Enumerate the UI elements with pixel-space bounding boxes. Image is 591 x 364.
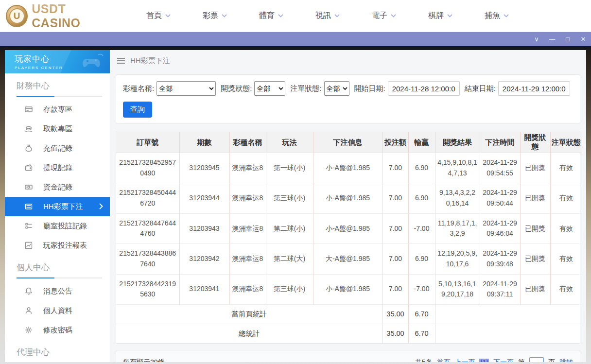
bets-table-card: 訂單號 期數 彩種名稱 玩法 下注信息 投注額 輸贏 開獎結果 下注時間 開獎狀… xyxy=(116,132,580,344)
jump-page-input[interactable] xyxy=(529,357,544,362)
nav-item-cards[interactable]: 棋牌 xyxy=(412,11,469,21)
sidebar-item-label: 提現記錄 xyxy=(43,163,72,173)
banknote-icon xyxy=(24,183,33,191)
table-cell: -7.00 xyxy=(408,213,435,243)
sidebar-item-funds-record[interactable]: 資金記錄 xyxy=(5,177,110,197)
table-cell: 12,19,20,5,9,10,17,6 xyxy=(435,244,480,274)
table-cell: 2024-11-29 09:50:44 xyxy=(480,183,520,213)
money-bag-icon xyxy=(24,144,33,153)
sidebar-item-label: 存款專區 xyxy=(43,105,72,114)
minimize-icon[interactable]: — xyxy=(544,32,560,46)
table-cell: 小-A盤@1.985 xyxy=(313,183,382,213)
table-cell: 有效 xyxy=(550,213,582,243)
lottery-name-select[interactable]: 全部 xyxy=(156,81,216,96)
nav-item-label: 捕魚 xyxy=(485,11,500,21)
sidebar-item-label: 取款專區 xyxy=(43,124,72,134)
table-row: 215217328450444672031203944澳洲幸运8第三球(小)小-… xyxy=(116,183,582,213)
current-page-indicator: [1] xyxy=(479,359,489,362)
table-cell: 小-A盤@1.985 xyxy=(313,213,382,243)
sidebar-item-hall-bet-record[interactable]: 廳室投註記錄 xyxy=(5,216,110,236)
table-cell: 6.90 xyxy=(408,153,435,183)
window-menu-icon[interactable]: ∨ xyxy=(529,32,544,46)
table-cell: 澳洲幸运8 xyxy=(229,244,266,274)
gamepad-icon xyxy=(81,52,106,71)
table-cell: 已開獎 xyxy=(520,153,550,183)
table-cell: 澳洲幸运8 xyxy=(229,274,266,304)
sidebar-item-player-bet-report[interactable]: 玩家投注報表 xyxy=(5,236,110,255)
window-titlebar: ∨ — □ ✕ xyxy=(0,32,591,46)
jump-suffix-text: 页 xyxy=(548,358,555,362)
table-row: 215217328442319563031203941澳洲幸运8第三球(小)小-… xyxy=(116,274,582,304)
nav-item-sports[interactable]: 體育 xyxy=(243,11,299,21)
section-title-agent: 代理中心 xyxy=(5,340,110,358)
pagination-bar: 每頁顯示20條 共5条 首页 上一页 [1] 下一页 第 页 跳转 xyxy=(116,350,580,362)
chevron-down-icon xyxy=(447,14,452,17)
menu-icon[interactable] xyxy=(117,58,125,64)
col-draw-status: 開獎狀態 xyxy=(520,132,550,153)
first-page-link[interactable]: 首页 xyxy=(436,358,450,362)
col-order-id: 訂單號 xyxy=(116,132,179,153)
order-status-select[interactable]: 全部 xyxy=(324,81,349,96)
nav-item-fishing[interactable]: 捕魚 xyxy=(469,11,525,21)
sidebar-item-change-password[interactable]: 修改密碼 xyxy=(5,320,110,340)
table-cell: 已開獎 xyxy=(520,213,550,243)
col-bet-time: 下注時間 xyxy=(480,132,520,153)
table-cell: 第二球(小) xyxy=(266,213,313,243)
sidebar-item-withdraw[interactable]: 取款專區 xyxy=(5,119,110,139)
table-cell: 澳洲幸运8 xyxy=(229,153,266,183)
start-date-input[interactable] xyxy=(388,81,460,96)
table-cell: -7.00 xyxy=(408,274,435,304)
person-icon xyxy=(24,306,33,315)
draw-status-label: 開獎狀態: xyxy=(221,84,252,93)
grand-summary-empty xyxy=(435,324,582,343)
page-summary-bet-total: 35.00 xyxy=(382,304,408,324)
sidebar-header: 玩家中心 PLAYERS CENTER xyxy=(5,50,110,73)
jump-button[interactable]: 跳转 xyxy=(559,358,573,362)
sidebar-item-label: 修改密碼 xyxy=(43,326,72,335)
nav-item-live[interactable]: 視訊 xyxy=(299,11,356,21)
table-cell: 澳洲幸运8 xyxy=(229,213,266,243)
table-cell: 4,15,9,10,8,14,7,13 xyxy=(435,153,480,183)
nav-item-label: 彩票 xyxy=(203,11,218,21)
table-cell: 7.00 xyxy=(382,213,408,243)
chevron-down-icon xyxy=(222,14,227,17)
table-cell: 第二球(大) xyxy=(266,244,313,274)
maximize-icon[interactable]: □ xyxy=(560,32,575,46)
table-cell: 6.90 xyxy=(408,244,435,274)
section-title-personal: 個人中心 xyxy=(5,255,110,273)
section-rule xyxy=(17,277,102,278)
sidebar-item-recharge-record[interactable]: 充值記錄 xyxy=(5,139,110,158)
brand-name: USDT CASINO xyxy=(32,2,117,30)
draw-status-select[interactable]: 全部 xyxy=(254,81,285,96)
table-cell: 有效 xyxy=(550,244,582,274)
sidebar-item-profile[interactable]: 個人資料 xyxy=(5,301,110,320)
table-cell: 31203942 xyxy=(179,244,229,274)
sidebar-item-withdrawal-record[interactable]: 提現記錄 xyxy=(5,158,110,177)
nav-item-slots[interactable]: 電子 xyxy=(356,11,412,21)
sidebar-item-label: 資金記錄 xyxy=(43,183,72,192)
app-background: 玩家中心 PLAYERS CENTER 財務中心 存款專區 取款專區 充值記錄 … xyxy=(0,46,591,364)
search-button[interactable]: 查詢 xyxy=(123,102,152,118)
table-cell: 7.00 xyxy=(382,244,408,274)
sidebar-item-deposit[interactable]: 存款專區 xyxy=(5,100,110,119)
table-cell: 有效 xyxy=(550,183,582,213)
nav-item-home[interactable]: 首頁 xyxy=(130,11,187,21)
chevron-down-icon xyxy=(334,14,340,17)
table-cell: 有效 xyxy=(550,153,582,183)
prev-page-link[interactable]: 上一页 xyxy=(454,358,475,362)
list-icon xyxy=(24,222,33,230)
sidebar-item-hh-lottery-bets[interactable]: HH彩票下注 xyxy=(5,197,110,216)
col-draw-result: 開獎結果 xyxy=(435,132,480,153)
end-date-input[interactable] xyxy=(498,81,570,96)
page-title: HH彩票下注 xyxy=(130,56,170,66)
main-nav: 首頁 彩票 體育 視訊 電子 棋牌 捕魚 xyxy=(130,11,525,21)
nav-item-lottery[interactable]: 彩票 xyxy=(187,11,243,21)
table-row: 215217328452957049031203945澳洲幸运8第一球(小)小-… xyxy=(116,153,582,183)
chevron-down-icon xyxy=(165,14,171,17)
next-page-link[interactable]: 下一页 xyxy=(493,358,514,362)
page-header: HH彩票下注 xyxy=(110,50,586,71)
close-icon[interactable]: ✕ xyxy=(575,32,591,46)
lottery-name-label: 彩種名稱: xyxy=(123,84,154,93)
sidebar-item-announcements[interactable]: 消息公告 xyxy=(5,281,110,301)
brand-logo[interactable]: U USDT CASINO xyxy=(0,2,117,30)
